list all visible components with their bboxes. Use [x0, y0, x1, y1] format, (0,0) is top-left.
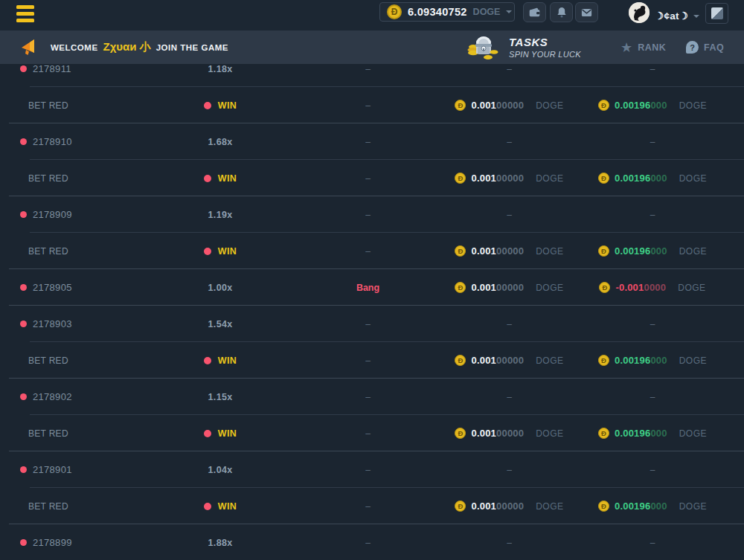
- multiplier-value: 1.15x: [208, 392, 233, 402]
- game-id: 2178899: [33, 537, 72, 548]
- welcome-message: WELCOME Ζχυαи 小 JOIN THE GAME: [51, 30, 228, 64]
- win-badge: WIN: [218, 428, 237, 439]
- empty-placeholder: –: [365, 137, 371, 147]
- balance-amount: 6.09340752: [408, 6, 467, 18]
- amount-value: 0.00196: [615, 173, 650, 184]
- megaphone-icon: [21, 38, 37, 56]
- win-badge: WIN: [218, 355, 237, 366]
- bet-row: BET REDWIN–Ð0.00100000DOGEÐ0.00196000DOG…: [0, 160, 744, 196]
- currency-label: DOGE: [679, 173, 707, 184]
- currency-label: DOGE: [679, 501, 707, 512]
- game-row[interactable]: 21789111.18x–––: [0, 64, 744, 87]
- doge-coin-icon: Ð: [598, 100, 609, 111]
- amount-value: 0.00196: [615, 428, 650, 439]
- tasks-title: TASKS: [509, 36, 581, 48]
- tasks-subtitle: SPIN YOUR LUCK: [509, 50, 581, 59]
- multiplier-value: 1.04x: [208, 465, 233, 475]
- game-row[interactable]: 21788991.88x–––: [0, 524, 744, 560]
- chat-icon: [711, 7, 723, 19]
- empty-placeholder: –: [507, 538, 512, 548]
- game-dot-icon: [20, 539, 27, 546]
- currency-label: DOGE: [536, 283, 563, 293]
- bet-amount: Ð0.00100000DOGE: [433, 173, 586, 184]
- avatar[interactable]: [629, 2, 650, 23]
- amount-trailing-zeros: 00000: [496, 100, 524, 111]
- multiplier-value: 1.68x: [208, 137, 233, 147]
- win-dot-icon: [204, 430, 211, 437]
- messages-button[interactable]: [575, 2, 598, 22]
- bet-history-table: 21789111.18x–––BET REDWIN–Ð0.00100000DOG…: [0, 64, 744, 560]
- game-row[interactable]: 21789031.54x–––: [0, 306, 744, 342]
- win-badge: WIN: [218, 501, 237, 512]
- profit-amount: Ð0.00196000DOGE: [586, 428, 719, 439]
- empty-placeholder: –: [365, 355, 371, 366]
- amount-trailing-zeros: 000: [650, 173, 667, 184]
- amount-value: -0.001: [615, 282, 644, 293]
- amount-trailing-zeros: 000: [650, 501, 667, 512]
- empty-placeholder: –: [365, 501, 371, 512]
- game-row[interactable]: 21789051.00xBangÐ0.00100000DOGEÐ-0.00100…: [0, 269, 744, 306]
- bet-row: BET REDWIN–Ð0.00100000DOGEÐ0.00196000DOG…: [0, 342, 744, 379]
- doge-coin-icon: Ð: [455, 501, 466, 512]
- empty-placeholder: –: [365, 392, 371, 402]
- game-row[interactable]: 21789021.15x–––: [0, 379, 744, 415]
- empty-placeholder: –: [365, 173, 371, 184]
- amount-trailing-zeros: 000: [650, 428, 667, 439]
- currency-label: DOGE: [678, 283, 705, 293]
- empty-placeholder: –: [507, 137, 512, 147]
- amount-trailing-zeros: 00000: [496, 173, 524, 184]
- empty-placeholder: –: [507, 319, 512, 329]
- menu-icon[interactable]: [16, 5, 34, 25]
- profit-amount: Ð0.00196000DOGE: [586, 173, 719, 184]
- question-icon: ?: [686, 41, 699, 54]
- amount-value: 0.001: [471, 501, 496, 512]
- game-row[interactable]: 21789091.19x–––: [0, 196, 744, 233]
- profit-amount: Ð0.00196000DOGE: [586, 245, 719, 257]
- game-row[interactable]: 21789011.04x–––: [0, 451, 744, 488]
- bell-icon: [556, 6, 568, 19]
- doge-coin-icon: Ð: [455, 100, 466, 111]
- win-dot-icon: [204, 102, 211, 109]
- announcement-bar: WELCOME Ζχυαи 小 JOIN THE GAME TASKS SPIN…: [0, 30, 744, 64]
- currency-label: DOGE: [536, 428, 563, 439]
- balance-dropdown[interactable]: Ð 6.09340752 DOGE: [379, 2, 515, 22]
- amount-trailing-zeros: 000: [650, 245, 667, 257]
- rank-label: RANK: [638, 42, 666, 53]
- top-bar: Ð 6.09340752 DOGE ☽¢at☽: [0, 0, 744, 30]
- empty-placeholder: –: [650, 64, 655, 74]
- amount-trailing-zeros: 000: [650, 355, 667, 366]
- doge-coin-icon: Ð: [455, 428, 466, 439]
- rank-link[interactable]: ★ RANK: [620, 30, 666, 64]
- faq-label: FAQ: [704, 42, 724, 53]
- mail-icon: [580, 7, 593, 19]
- amount-value: 0.00196: [615, 355, 650, 366]
- empty-placeholder: –: [650, 137, 655, 147]
- bet-label: BET RED: [28, 501, 68, 512]
- amount-value: 0.001: [471, 245, 496, 257]
- game-dot-icon: [20, 321, 27, 327]
- wallet-icon: [528, 6, 541, 19]
- game-id: 2178903: [33, 318, 72, 329]
- notifications-button[interactable]: [550, 2, 573, 22]
- currency-label: DOGE: [679, 355, 707, 366]
- tasks-banner[interactable]: TASKS SPIN YOUR LUCK: [466, 30, 581, 64]
- wallet-button[interactable]: [523, 2, 546, 22]
- chat-button[interactable]: [705, 3, 728, 24]
- chevron-down-icon[interactable]: [506, 10, 512, 16]
- doge-coin-icon: Ð: [455, 282, 466, 293]
- amount-value: 0.001: [471, 100, 496, 111]
- currency-label: DOGE: [679, 246, 707, 257]
- game-row[interactable]: 21789101.68x–––: [0, 123, 744, 160]
- username-menu[interactable]: ☽¢at☽: [655, 0, 688, 30]
- game-id: 2178902: [33, 391, 72, 402]
- bet-label: BET RED: [28, 355, 68, 366]
- game-dot-icon: [20, 284, 27, 291]
- empty-placeholder: –: [650, 210, 655, 220]
- chevron-down-icon[interactable]: [693, 15, 699, 21]
- faq-link[interactable]: ? FAQ: [686, 30, 724, 64]
- doge-coin-icon: Ð: [598, 428, 609, 439]
- win-dot-icon: [204, 503, 211, 510]
- amount-trailing-zeros: 00000: [496, 282, 524, 293]
- currency-label: DOGE: [679, 100, 707, 111]
- empty-placeholder: –: [365, 319, 371, 329]
